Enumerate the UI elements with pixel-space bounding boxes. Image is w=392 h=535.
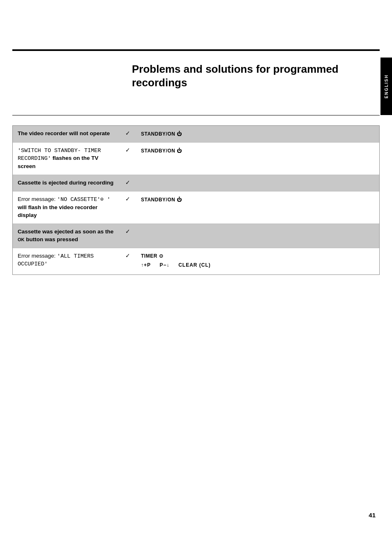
solution-cell: STANDBY/ON ⏻ [136, 126, 379, 142]
title-box: Problems and solutions for programmed re… [125, 58, 361, 94]
page-number: 41 [369, 512, 376, 519]
checkmark-icon: ✓ [125, 228, 130, 235]
solution-line1: TIMER ⊙ [141, 252, 374, 260]
problem-cell: Error message: 'NO CASSETTE'⊙ ' will fla… [13, 191, 120, 224]
problem-text: Cassette is ejected during recording [18, 180, 113, 186]
table-row: Error message: 'ALL TIMERS OCCUPIED' ✓ T… [13, 248, 379, 274]
problem-text: Cassette was ejected as soon as the OK b… [18, 228, 113, 242]
problem-text: Error message: 'NO CASSETTE'⊙ ' will fla… [18, 196, 111, 218]
check-cell: ✓ [120, 248, 136, 274]
solution-cell [136, 175, 379, 191]
problem-cell: Cassette was ejected as soon as the OK b… [13, 224, 120, 248]
table-row: Cassette was ejected as soon as the OK b… [13, 224, 379, 248]
checkmark-icon: ✓ [125, 147, 130, 153]
checkmark-icon: ✓ [125, 252, 130, 259]
solution-cell: STANDBY/ON ⏻ [136, 143, 379, 175]
solution-cell: STANDBY/ON ⏻ [136, 191, 379, 224]
bottom-rule [12, 115, 380, 115]
top-rule [12, 49, 380, 51]
problem-cell: 'SWITCH TO STANDBY- TIMER RECORDING' fla… [13, 143, 120, 175]
problem-text: Error message: 'ALL TIMERS OCCUPIED' [18, 253, 94, 267]
check-cell: ✓ [120, 126, 136, 142]
checkmark-icon: ✓ [125, 179, 130, 186]
solution-text: STANDBY/ON ⏻ [141, 131, 182, 137]
checkmark-icon: ✓ [125, 196, 130, 202]
problem-text: The video recorder will not operate [18, 130, 110, 136]
checkmark-icon: ✓ [125, 130, 130, 136]
table-row: 'SWITCH TO STANDBY- TIMER RECORDING' fla… [13, 143, 379, 175]
solution-text: STANDBY/ON ⏻ [141, 148, 182, 154]
table-row: The video recorder will not operate ✓ ST… [13, 126, 379, 143]
problems-table: The video recorder will not operate ✓ ST… [12, 125, 380, 275]
sidebar-tab: ENGLISH [380, 58, 392, 115]
page-title: Problems and solutions for programmed re… [132, 62, 355, 89]
problem-cell: The video recorder will not operate [13, 126, 120, 142]
solution-cell [136, 224, 379, 248]
table-row: Cassette is ejected during recording ✓ [13, 175, 379, 191]
check-cell: ✓ [120, 191, 136, 224]
problem-cell: Error message: 'ALL TIMERS OCCUPIED' [13, 248, 120, 274]
check-cell: ✓ [120, 143, 136, 175]
table-row: Error message: 'NO CASSETTE'⊙ ' will fla… [13, 191, 379, 224]
check-cell: ✓ [120, 224, 136, 248]
problem-cell: Cassette is ejected during recording [13, 175, 120, 191]
solution-line2: ↑+P P−↓ CLEAR (CL) [141, 261, 374, 269]
sidebar-label: ENGLISH [384, 74, 389, 98]
solution-text: STANDBY/ON ⏻ [141, 197, 182, 203]
solution-cell: TIMER ⊙ ↑+P P−↓ CLEAR (CL) [136, 248, 379, 274]
check-cell: ✓ [120, 175, 136, 191]
